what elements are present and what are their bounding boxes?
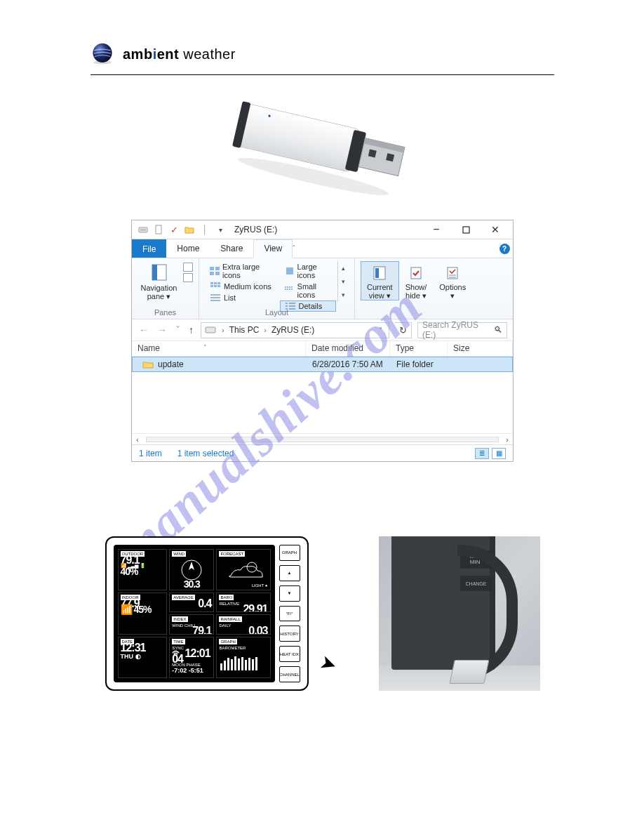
forward-button[interactable]: → bbox=[156, 324, 168, 336]
crumb-drive[interactable]: ZyRUS (E:) bbox=[270, 325, 316, 335]
col-name[interactable]: Name˄ bbox=[132, 341, 306, 356]
svg-rect-66 bbox=[255, 657, 257, 670]
currentview-icon bbox=[373, 265, 387, 281]
svg-rect-17 bbox=[152, 265, 157, 280]
back-button[interactable]: ← bbox=[137, 324, 150, 336]
details-view-icon[interactable]: ≣ bbox=[475, 448, 489, 459]
chevron-right-icon[interactable]: › bbox=[218, 326, 228, 334]
scroll-left-icon[interactable]: ‹ bbox=[136, 435, 139, 444]
device-usb-photo: MAX MIN CHANGE bbox=[379, 536, 540, 691]
thumb-view-icon[interactable]: ▦ bbox=[492, 448, 506, 459]
col-date[interactable]: Date modified bbox=[306, 341, 390, 356]
up-button[interactable]: ↑ bbox=[187, 324, 195, 336]
btn-history[interactable]: HISTORY bbox=[279, 626, 300, 642]
help-button[interactable]: ? bbox=[496, 239, 513, 258]
btn-unit[interactable]: °F/° bbox=[279, 606, 300, 622]
svg-rect-33 bbox=[287, 286, 288, 288]
brand-logo: ambient weather bbox=[90, 42, 554, 66]
horizontal-scrollbar[interactable]: ‹ › bbox=[132, 433, 513, 444]
ribbon-minimize[interactable]: ˆ bbox=[293, 245, 295, 253]
maximize-button[interactable] bbox=[451, 221, 481, 239]
device-change-button: CHANGE bbox=[460, 576, 492, 591]
svg-rect-34 bbox=[289, 286, 290, 288]
column-headers[interactable]: Name˄ Date modified Type Size bbox=[132, 341, 513, 357]
crumb-this-pc[interactable]: This PC bbox=[228, 325, 261, 335]
minimize-button[interactable]: − bbox=[422, 221, 451, 239]
tab-share[interactable]: Share bbox=[210, 239, 253, 258]
breadcrumb[interactable]: › This PC › ZyRUS (E:) ˅ bbox=[201, 322, 389, 338]
showhide-icon bbox=[409, 265, 423, 281]
layout-gallery-right[interactable]: Large icons Small icons Details bbox=[280, 261, 336, 302]
qat-overflow[interactable]: ▾ bbox=[215, 224, 226, 235]
titlebar[interactable]: ✓ │ ▾ ZyRUS (E:) − ✕ bbox=[132, 220, 513, 239]
recent-locations[interactable]: ˅ bbox=[174, 324, 182, 336]
current-view-button[interactable]: Current view ▾ bbox=[361, 261, 399, 300]
m-icons-icon bbox=[210, 282, 221, 291]
tab-file[interactable]: File bbox=[132, 239, 166, 258]
options-button[interactable]: Options ▾ bbox=[433, 261, 472, 300]
header-rule bbox=[90, 74, 554, 75]
search-input[interactable]: Search ZyRUS (E:) 🔍︎ bbox=[417, 322, 507, 338]
svg-rect-59 bbox=[231, 659, 233, 670]
refresh-button[interactable]: ↻ bbox=[395, 322, 412, 338]
address-dropdown[interactable]: ˅ bbox=[373, 326, 387, 334]
brand-text: ambient weather bbox=[123, 46, 236, 62]
svg-rect-37 bbox=[287, 289, 288, 290]
svg-rect-52 bbox=[206, 327, 215, 333]
btn-down[interactable]: ▼ bbox=[279, 585, 300, 602]
folder-icon bbox=[142, 360, 154, 369]
item-type: File folder bbox=[391, 359, 448, 369]
layout-gallery-more[interactable]: ▴▾▾ bbox=[337, 261, 349, 302]
svg-rect-23 bbox=[214, 282, 217, 284]
status-selected: 1 item selected bbox=[177, 449, 234, 458]
file-list[interactable]: update 6/28/2016 7:50 AM File folder bbox=[132, 357, 513, 433]
sort-asc-icon: ˄ bbox=[203, 344, 207, 351]
col-size[interactable]: Size bbox=[448, 341, 513, 356]
search-placeholder: Search ZyRUS (E:) bbox=[422, 320, 490, 340]
status-bar: 1 item 1 item selected ≣ ▦ bbox=[132, 444, 513, 461]
svg-rect-61 bbox=[238, 658, 240, 670]
svg-rect-47 bbox=[375, 268, 379, 278]
svg-rect-57 bbox=[224, 661, 226, 670]
svg-rect-26 bbox=[214, 285, 217, 287]
svg-rect-15 bbox=[463, 227, 469, 233]
layout-gallery-left[interactable]: Extra large icons Medium icons List bbox=[205, 261, 277, 302]
svg-rect-20 bbox=[210, 272, 214, 275]
tab-view[interactable]: View bbox=[253, 239, 293, 258]
usb-drive-figure bbox=[90, 88, 554, 200]
svg-rect-38 bbox=[289, 289, 290, 290]
svg-rect-14 bbox=[156, 225, 161, 234]
forecast-icon bbox=[224, 557, 263, 583]
svg-rect-27 bbox=[217, 285, 220, 287]
svg-rect-63 bbox=[245, 660, 247, 670]
svg-rect-32 bbox=[285, 286, 286, 288]
usb-drive-icon bbox=[215, 88, 429, 200]
pointer-arrow-icon: ➤ bbox=[317, 650, 340, 677]
chevron-right-icon[interactable]: › bbox=[260, 326, 270, 334]
scroll-right-icon[interactable]: › bbox=[506, 435, 509, 444]
svg-rect-25 bbox=[210, 285, 213, 287]
tab-home[interactable]: Home bbox=[166, 239, 210, 258]
close-button[interactable]: ✕ bbox=[481, 221, 510, 239]
btn-channel[interactable]: CHANNEL bbox=[279, 666, 300, 682]
bargraph-icon bbox=[219, 651, 261, 672]
drive-icon bbox=[204, 324, 217, 336]
search-icon: 🔍︎ bbox=[494, 325, 502, 335]
check-icon[interactable]: ✓ bbox=[168, 224, 180, 235]
col-type[interactable]: Type bbox=[390, 341, 448, 356]
svg-rect-31 bbox=[286, 267, 293, 274]
show-hide-button[interactable]: Show/ hide ▾ bbox=[399, 261, 434, 300]
btn-up[interactable]: ▲ bbox=[279, 565, 300, 581]
qat-sep: │ bbox=[199, 224, 210, 235]
ribbon: Navigation pane ▾ Panes Extra large icon… bbox=[132, 258, 513, 319]
console-side-buttons: GRAPH ▲ ▼ °F/° HISTORY HEAT IDX CHANNEL bbox=[279, 545, 300, 682]
svg-rect-65 bbox=[252, 659, 254, 670]
usb-inserted-icon bbox=[449, 660, 489, 684]
btn-graph[interactable]: GRAPH bbox=[279, 545, 300, 561]
navigation-pane-button[interactable]: Navigation pane ▾ bbox=[137, 261, 180, 300]
options-icon bbox=[445, 265, 459, 281]
quick-access-toolbar: ✓ │ ▾ bbox=[137, 224, 226, 235]
pane-mini-buttons[interactable] bbox=[183, 261, 193, 300]
btn-heatidx[interactable]: HEAT IDX bbox=[279, 646, 300, 662]
list-item[interactable]: update 6/28/2016 7:50 AM File folder bbox=[132, 357, 513, 372]
